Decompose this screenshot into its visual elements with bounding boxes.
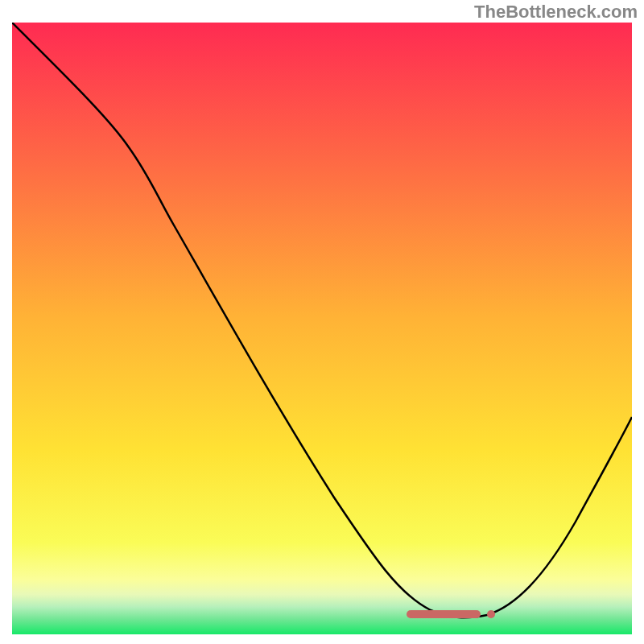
chart-container: TheBottleneck.com bbox=[0, 0, 644, 644]
chart-curve bbox=[12, 23, 632, 634]
optimum-marker bbox=[407, 610, 481, 618]
watermark-text: TheBottleneck.com bbox=[474, 2, 638, 23]
plot-area bbox=[12, 23, 632, 634]
optimum-marker-dot bbox=[487, 610, 495, 618]
